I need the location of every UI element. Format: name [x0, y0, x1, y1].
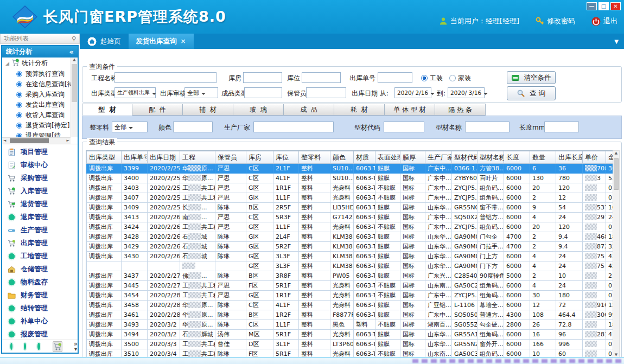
- column-header[interactable]: 工程: [180, 151, 215, 164]
- column-header[interactable]: 出库类型: [87, 151, 122, 164]
- keeper-input[interactable]: [306, 87, 346, 98]
- dot-icon[interactable]: [37, 343, 40, 350]
- radio-industrial[interactable]: 工装: [421, 74, 443, 83]
- dot-icon[interactable]: [24, 343, 26, 350]
- column-header[interactable]: 数量: [530, 151, 556, 164]
- sidebar-item-出库管理[interactable]: 出库管理: [2, 237, 78, 250]
- column-header[interactable]: 整零料: [299, 151, 330, 164]
- table-row[interactable]: G区3L3F整料KLM38176063-T5贴膜国标山东华...GA90M09.…: [87, 261, 615, 271]
- tree-vertical-scrollbar[interactable]: ▲: [71, 58, 78, 137]
- tree-item[interactable]: 退货查询[待定]: [2, 120, 71, 131]
- column-header[interactable]: 库位: [273, 151, 299, 164]
- project-name-input[interactable]: [114, 72, 217, 83]
- tab-close-icon[interactable]: ×: [181, 37, 186, 45]
- table-row[interactable]: 调拨出库34072020/2/25工共工程严思G区1L1F整料光身料6063-T…: [87, 193, 615, 203]
- column-header[interactable]: 膜厚: [400, 151, 425, 164]
- collapse-icon[interactable]: «: [69, 48, 74, 56]
- sidebar-item-补单中心[interactable]: 补单中心: [2, 315, 78, 328]
- more-button[interactable]: »▼: [74, 342, 78, 352]
- material-tab-5[interactable]: 成 品: [284, 104, 334, 116]
- column-header[interactable]: 表面处理: [375, 151, 400, 164]
- warehouse-input[interactable]: [243, 72, 282, 83]
- material-tab-6[interactable]: 耗 材: [334, 104, 385, 116]
- tree-root-statistics[interactable]: ◢ 统计分析: [2, 58, 71, 69]
- sidebar-item-审核中心[interactable]: 审核中心: [2, 158, 78, 171]
- column-header[interactable]: 型材名称: [477, 151, 504, 164]
- table-row[interactable]: 调拨出库34542020/2/28工共工程严思G区1R1F整料光身料6063-T…: [87, 291, 615, 301]
- table-vertical-scrollbar[interactable]: ▲▼: [613, 150, 620, 358]
- column-header[interactable]: 生产厂家: [425, 151, 452, 164]
- tab-shipment-outbound-query[interactable]: 发货出库查询 ×: [129, 34, 194, 49]
- tree-item[interactable]: 采购入库查询: [2, 90, 71, 100]
- section-header-statistics[interactable]: 统计分析 «: [2, 46, 78, 58]
- date-from-picker[interactable]: 2020/ 2/16: [394, 87, 431, 98]
- material-tab-1[interactable]: 型 材: [82, 104, 132, 116]
- tree-item[interactable]: 退库管理[待: [2, 131, 71, 137]
- sidebar-item-项目管理[interactable]: 项目管理: [2, 145, 78, 158]
- sidebar-item-入库管理[interactable]: 入库管理: [2, 184, 78, 197]
- table-row[interactable]: 调拨出库34932020/3/2华原...陈琳C区1L1F整料黑色塑料不贴膜国标…: [87, 320, 615, 330]
- whole-part-select[interactable]: 全部: [112, 122, 148, 132]
- material-tab-4[interactable]: 玻 璃: [233, 104, 284, 116]
- column-header[interactable]: 颜色: [330, 151, 354, 164]
- table-row[interactable]: 调拨出库34092020/2/25长...陈琳B区2R5F整料LI35HD606…: [87, 203, 615, 213]
- column-header[interactable]: 库房: [246, 151, 273, 164]
- table-row[interactable]: 调拨出库34942020/3/2石辉城汤伟M区5R1F整料光身料6063-T5贴…: [87, 330, 615, 340]
- sidebar-item-结转管理[interactable]: 结转管理: [2, 302, 78, 315]
- date-to-picker[interactable]: 2020/ 3/16: [448, 87, 485, 98]
- material-tab-8[interactable]: 隔 热 条: [435, 104, 486, 116]
- close-button[interactable]: ✕: [610, 2, 621, 10]
- tree-item[interactable]: 预算执行查询: [2, 69, 71, 79]
- sidebar-item-财务管理[interactable]: 财务管理: [2, 289, 78, 302]
- clear-conditions-button[interactable]: 清空条件: [507, 71, 556, 84]
- product-type-input[interactable]: [244, 87, 282, 98]
- table-row[interactable]: 调拨出库34002020/2/25华原...严思C区4L1F整料SU10...6…: [87, 174, 615, 183]
- table-row[interactable]: 调拨出库34452020/2/27工共工程严思F区5R1F整料光身料6063-T…: [87, 281, 615, 291]
- table-row[interactable]: 调拨出库34372020/2/27佛...陈琳B区3R8F整料PW056063-…: [87, 271, 615, 281]
- table-row[interactable]: 调拨出库34612020/2/28华原...陈琳B区1R2F整料F8877FT6…: [87, 310, 615, 320]
- sidebar-item-物料盘存[interactable]: 物料盘存: [2, 276, 78, 289]
- tab-list-caret-icon[interactable]: ▼: [614, 39, 619, 44]
- column-header[interactable]: 型材代码: [452, 151, 477, 164]
- tree-item[interactable]: 在途信息查询[待: [2, 79, 71, 90]
- column-header[interactable]: 长度: [504, 151, 530, 164]
- profile-name-input[interactable]: [465, 122, 510, 132]
- table-row[interactable]: 调拨出库34242020/2/26工共工程严思G区1L1F整料光身料6063-T…: [87, 222, 615, 232]
- sidebar-item-仓储管理[interactable]: 仓储管理: [2, 263, 78, 276]
- column-header[interactable]: 出库长度: [556, 151, 583, 164]
- table-row[interactable]: 调拨出库34302020/2/26石城陈琳G区3L3F整料KLM38176063…: [87, 252, 615, 261]
- audit-select[interactable]: 全部: [184, 87, 218, 98]
- table-row[interactable]: 调拨出库34282020/2/26石城陈琳G区2L4F整料KLM38176063…: [87, 232, 615, 242]
- table-row[interactable]: 调拨出库34132020/2/26南...严思C区5R3F整料G71422606…: [87, 213, 615, 222]
- pin-icon[interactable]: ⚲: [72, 35, 76, 42]
- table-row[interactable]: 调拨出库34292020/2/26石城陈琳G区5R2F整料KLM38176063…: [87, 242, 615, 252]
- tree-item[interactable]: 收货入库查询: [2, 110, 71, 120]
- sidebar-item-生产管理[interactable]: 生产管理: [2, 223, 78, 237]
- column-header[interactable]: 出库日期: [148, 151, 180, 164]
- dot-icon[interactable]: [10, 343, 12, 350]
- tab-home[interactable]: 起始页: [80, 34, 129, 49]
- out-type-select[interactable]: 生产领料出库: [114, 87, 156, 98]
- sidebar-item-工地管理[interactable]: 工地管理: [2, 250, 78, 263]
- location-input[interactable]: [302, 72, 341, 83]
- maker-input[interactable]: [253, 122, 334, 132]
- column-header[interactable]: 保管员: [215, 151, 246, 164]
- table-row[interactable]: 调拨出库34032020/2/25工共工程严思G区1R1F整料光身料6063-T…: [87, 183, 615, 193]
- table-row[interactable]: 调拨出库35002020/3/3工共工程曹佳D区3L1F整料LT3P606063…: [87, 340, 615, 349]
- sidebar-item-报废管理[interactable]: 报废管理: [2, 328, 78, 340]
- maximize-button[interactable]: □: [598, 2, 609, 10]
- expander-icon[interactable]: ◢: [5, 61, 9, 66]
- column-header[interactable]: 出库单号: [122, 151, 148, 164]
- length-input[interactable]: [544, 122, 579, 132]
- search-button[interactable]: 查 询: [507, 86, 556, 100]
- table-row[interactable]: 调拨出库34582020/2/28华原...陈琳C区4L1F整料光身料6063-…: [87, 301, 615, 310]
- color-input[interactable]: [173, 122, 213, 132]
- change-password-button[interactable]: 修改密码: [536, 16, 575, 26]
- out-no-input[interactable]: [378, 72, 412, 83]
- sidebar-item-采购管理[interactable]: 采购管理: [2, 171, 78, 184]
- sidebar-item-退货管理[interactable]: 退货管理: [2, 197, 78, 210]
- material-tab-7[interactable]: 单 体 型 材: [385, 104, 435, 116]
- profile-code-input[interactable]: [384, 122, 424, 132]
- material-tab-3[interactable]: 辅 材: [183, 104, 233, 116]
- column-header[interactable]: 材质: [354, 151, 375, 164]
